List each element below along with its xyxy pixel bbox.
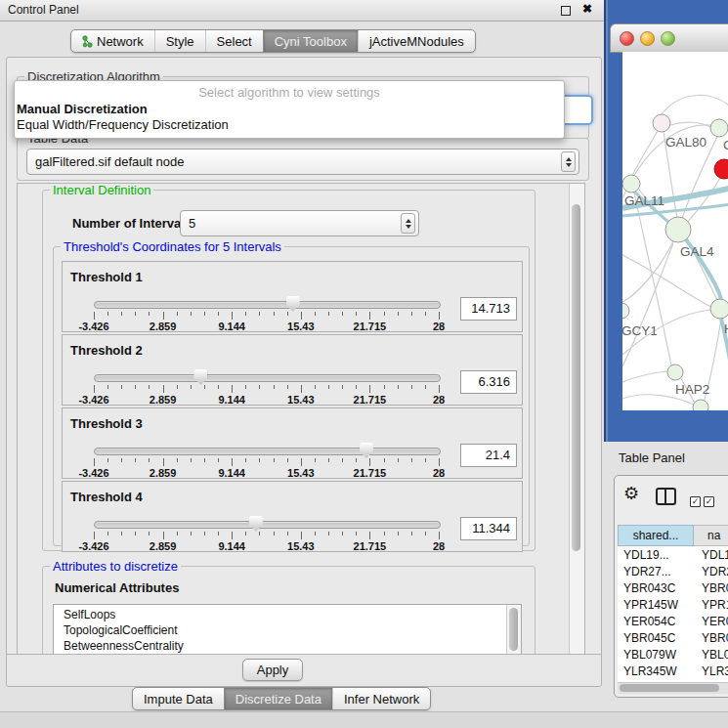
checkbox-icon-2[interactable]: ✓ <box>704 496 714 507</box>
network-edge[interactable] <box>662 95 728 114</box>
cell-name[interactable]: YER0 <box>694 615 728 628</box>
tab-jactivemnodules[interactable]: jActiveMNodules <box>358 30 475 52</box>
cell-shared-name[interactable]: YLR345W <box>618 664 694 678</box>
network-edge[interactable] <box>622 371 667 382</box>
table-row[interactable]: YBR043CYBR0 <box>618 579 728 596</box>
threshold-panel-1: Threshold 1 -3.4262.8599.14415.4321.7152… <box>62 261 523 332</box>
network-node[interactable] <box>667 364 683 380</box>
scrollbar-thumb[interactable] <box>509 608 518 651</box>
table-row[interactable]: YBR045CYBR0 <box>618 629 728 646</box>
cell-name[interactable]: YLR3 <box>694 664 728 678</box>
network-node[interactable] <box>693 400 708 410</box>
network-node[interactable] <box>622 175 640 193</box>
tab-discretize-data[interactable]: Discretize Data <box>224 688 332 709</box>
tab-cyni-toolbox[interactable]: Cyni Toolbox <box>263 30 358 52</box>
threshold-1-value-field[interactable]: 14.713 <box>460 297 517 321</box>
scrollbar-thumb[interactable] <box>620 684 719 692</box>
slider-track[interactable] <box>94 301 441 309</box>
popup-option-equal-width-frequency[interactable]: Equal Width/Frequency Discretization <box>17 117 229 132</box>
slider-tick-label: 9.144 <box>218 540 245 552</box>
cell-name[interactable]: YPR1 <box>694 598 728 612</box>
table-row[interactable]: YDR27...YDR2 <box>618 563 728 579</box>
cell-shared-name[interactable]: YBR043C <box>618 581 694 595</box>
traffic-light-close-icon[interactable] <box>620 31 634 46</box>
cell-name[interactable]: YBR0 <box>694 581 728 595</box>
cell-name[interactable]: YBL0 <box>694 648 728 662</box>
threshold-3-value-field[interactable]: 21.4 <box>460 444 517 467</box>
network-node[interactable] <box>665 217 691 242</box>
gear-icon[interactable]: ⚙ <box>623 483 639 504</box>
settings-scrollbar[interactable] <box>569 184 584 654</box>
cell-shared-name[interactable]: YBR045C <box>618 631 694 645</box>
list-item[interactable]: BetweennessCentrality <box>54 638 506 654</box>
table-row[interactable]: YPR145WYPR1 <box>618 596 728 613</box>
cell-name[interactable]: YDL1 <box>694 548 728 562</box>
tab-infer-network[interactable]: Infer Network <box>332 688 430 709</box>
slider-tick <box>274 532 275 535</box>
network-edge[interactable] <box>622 255 711 307</box>
number-of-intervals-combo[interactable]: 5 <box>180 210 419 236</box>
list-item[interactable]: SelfLoops <box>54 607 506 622</box>
slider-thumb[interactable] <box>360 443 373 458</box>
table-row[interactable]: YBL079WYBL0 <box>618 646 728 663</box>
slider-tick <box>107 312 108 316</box>
threshold-3-slider[interactable]: -3.4262.8599.14415.4321.71528 <box>94 444 439 479</box>
network-node[interactable] <box>710 299 728 319</box>
table-data-combo[interactable]: galFiltered.sif default node <box>26 149 579 175</box>
network-node[interactable] <box>653 114 670 132</box>
slider-tick-label: 28 <box>433 321 445 332</box>
network-edge[interactable] <box>670 122 710 127</box>
list-scrollbar[interactable] <box>506 605 521 655</box>
column-header-name[interactable]: na <box>694 525 728 546</box>
network-node[interactable] <box>710 119 728 137</box>
tab-style[interactable]: Style <box>154 30 205 52</box>
tab-impute-data[interactable]: Impute Data <box>133 688 224 709</box>
slider-track[interactable] <box>94 521 441 529</box>
network-edge[interactable] <box>632 131 658 176</box>
network-window[interactable]: GAL80GACGAL11GAL4GCY1HHAP2 <box>604 0 728 442</box>
tab-select[interactable]: Select <box>205 30 263 52</box>
threshold-2-slider[interactable]: -3.4262.8599.14415.4321.71528 <box>94 370 439 406</box>
threshold-4-value-field[interactable]: 11.344 <box>460 517 517 540</box>
apply-button[interactable]: Apply <box>242 659 303 681</box>
list-item[interactable]: TopologicalCoefficient <box>54 622 506 638</box>
cell-shared-name[interactable]: YPR145W <box>618 598 694 612</box>
network-edge[interactable] <box>622 241 673 302</box>
network-canvas[interactable]: GAL80GACGAL11GAL4GCY1HHAP2 <box>622 52 728 410</box>
cell-shared-name[interactable]: YDR27... <box>618 565 694 578</box>
column-header-shared-name[interactable]: shared... <box>618 525 694 546</box>
network-edge[interactable] <box>688 178 720 222</box>
slider-track[interactable] <box>94 374 441 382</box>
network-node[interactable] <box>622 303 629 319</box>
slider-tick <box>356 312 357 316</box>
threshold-1-slider[interactable]: -3.4262.8599.14415.4321.71528 <box>94 297 439 332</box>
table-row[interactable]: YLR345WYLR3 <box>618 663 728 679</box>
cell-shared-name[interactable]: YDL19... <box>618 548 694 562</box>
table-row[interactable]: YER054CYER0 <box>618 613 728 629</box>
traffic-light-zoom-icon[interactable] <box>661 31 675 46</box>
cell-shared-name[interactable]: YER054C <box>618 615 694 628</box>
cell-name[interactable]: YBR0 <box>694 631 728 645</box>
threshold-4-slider[interactable]: -3.4262.8599.14415.4321.71528 <box>94 517 439 552</box>
close-icon[interactable]: ✖ <box>582 2 592 16</box>
cell-shared-name[interactable]: YBL079W <box>618 648 694 662</box>
numerical-attributes-label: Numerical Attributes <box>55 580 179 595</box>
slider-track[interactable] <box>94 448 441 455</box>
float-window-button[interactable] <box>561 6 571 16</box>
table-row[interactable]: YDL19...YDL1 <box>618 546 728 563</box>
checkbox-icon-1[interactable]: ✓ <box>690 496 701 507</box>
tab-network[interactable]: Network <box>71 30 154 52</box>
split-view-icon[interactable] <box>656 488 676 505</box>
traffic-light-minimize-icon[interactable] <box>640 31 655 46</box>
numerical-attributes-list[interactable]: SelfLoopsTopologicalCoefficientBetweenne… <box>53 604 522 655</box>
scrollbar-thumb[interactable] <box>572 204 580 551</box>
slider-tick <box>342 532 343 535</box>
slider-thumb[interactable] <box>193 369 207 385</box>
slider-thumb[interactable] <box>249 516 263 532</box>
threshold-2-value-field[interactable]: 6.316 <box>460 370 517 394</box>
cell-name[interactable]: YDR2 <box>694 565 728 578</box>
slider-thumb[interactable] <box>286 296 300 312</box>
popup-option-manual-discretization[interactable]: Manual Discretization <box>17 102 148 116</box>
table-horizontal-scrollbar[interactable] <box>618 682 728 694</box>
network-node[interactable] <box>714 159 728 179</box>
